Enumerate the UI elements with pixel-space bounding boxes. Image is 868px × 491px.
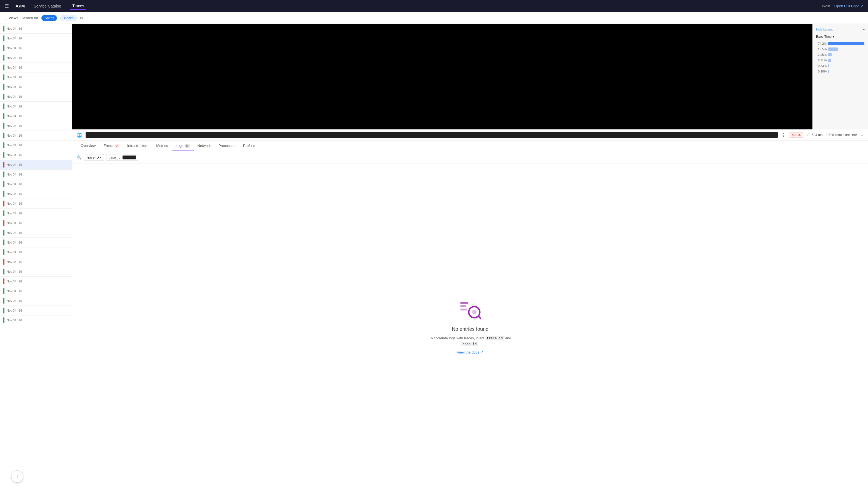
trace-date: Nov 04 [7,319,17,322]
hide-legend-button[interactable]: Hide Legend [816,28,833,31]
trace-list-item[interactable]: Nov 04 16 [0,286,72,296]
trace-list-item[interactable]: Nov 04 16 [0,238,72,248]
trace-list-item[interactable]: Nov 04 16 [0,199,72,208]
scroll-up-button[interactable]: ↑ [11,470,23,483]
legend-sort-button[interactable]: Exec Time ▾ [816,35,865,38]
trace-list-item[interactable]: Nov 04 16 [0,228,72,238]
trace-time: 16 [19,202,22,205]
nav-traces[interactable]: Traces [70,2,86,10]
trace-list-item[interactable]: Nov 04 16 [0,306,72,316]
trace-list-item[interactable]: Nov 04 16 [0,73,72,82]
trace-list-item[interactable]: Nov 04 16 [0,277,72,286]
span-tab-profiles[interactable]: Profiles [239,141,259,151]
trace-list-item[interactable]: Nov 04 16 [0,82,72,92]
clock-icon: ⏱ [807,133,810,137]
svg-point-4 [472,310,477,314]
legend-bar [828,42,864,45]
trace-list-item[interactable]: Nov 04 16 [0,43,72,53]
trace-list-item[interactable]: Nov 04 16 [0,267,72,277]
trace-status-indicator [3,259,4,265]
legend-item: 2.95% [816,53,865,56]
trace-status-indicator [3,35,4,41]
tab-label: Errors [103,144,113,148]
trace-time: 16 [19,163,22,166]
logs-empty-state: No entries found To correlate logs with … [72,164,868,491]
legend-item: 74.2% [816,42,865,45]
trace-list-item[interactable]: Nov 04 16 [0,24,72,34]
views-button[interactable]: ⊞ Views [4,16,18,20]
trace-status-indicator [3,278,4,284]
more-options-button[interactable]: ⋮ [781,133,786,138]
empty-state-icon [459,300,481,321]
trace-time: 16 [19,221,22,225]
trace-time: 16 [19,56,22,59]
trace-status-indicator [3,191,4,197]
legend-bar-row: 2.91% [816,59,865,62]
trace-list-item[interactable]: Nov 04 16 [0,296,72,306]
view-docs-link[interactable]: View the docs ↗ [457,350,483,354]
trace-date: Nov 04 [7,27,17,30]
trace-time: 16 [19,76,22,79]
span-tab-metrics[interactable]: Metrics [152,141,172,151]
trace-list-item[interactable]: Nov 04 16 [0,208,72,218]
trace-list-item[interactable]: Nov 04 16 [0,34,72,43]
hamburger-icon[interactable]: ☰ [4,3,9,9]
span-tab-logs[interactable]: Logs0 [172,141,193,151]
trace-time: 16 [19,153,22,156]
trace-list-item[interactable]: Nov 04 16 [0,141,72,150]
span-tab-infrastructure[interactable]: Infrastructure [123,141,152,151]
trace-id-code: trace_id [485,336,504,341]
trace-list-item[interactable]: Nov 04 16 [0,53,72,63]
trace-list-item[interactable]: Nov 04 16 [0,111,72,121]
trace-list-item[interactable]: Nov 04 16 [0,63,72,73]
trace-date: Nov 04 [7,289,17,293]
trace-time: 16 [19,66,22,69]
trace-time: 16 [19,231,22,234]
trace-list-item[interactable]: Nov 04 16 [0,189,72,199]
trace-list-item[interactable]: Nov 04 16 [0,170,72,179]
trace-status-indicator [3,26,4,32]
span-tab-processes[interactable]: Processes [215,141,239,151]
legend-bar-row: 0.33% [816,64,865,67]
trace-list-item[interactable]: Nov 04 16 [0,257,72,267]
top-navigation: ☰ APM Service Catalog Traces ...3620f Op… [0,0,868,12]
trace-list-item[interactable]: Nov 04 16 [0,160,72,170]
filter-select-chevron: ▾ [100,156,102,159]
legend-bar [828,48,838,51]
trace-list-item[interactable]: Nov 04 16 [0,150,72,160]
trace-time: 16 [19,212,22,215]
trace-date: Nov 04 [7,270,17,273]
trace-status-indicator [3,308,4,314]
open-full-page-link[interactable]: Open Full Page ↗ [834,4,864,8]
trace-list-item[interactable]: Nov 04 16 [0,179,72,189]
trace-id-filter-value: trace_id: ...3620f [106,154,139,161]
trace-time: 16 [19,270,22,273]
nav-service-catalog[interactable]: Service Catalog [31,3,63,9]
trace-list-item[interactable]: Nov 04 16 [0,121,72,131]
trace-list-item[interactable]: Nov 04 16 [0,102,72,111]
trace-list-item[interactable]: Nov 04 16 [0,131,72,141]
spans-filter-pill[interactable]: Spans [41,15,57,21]
trace-list-item[interactable]: Nov 04 16 [0,248,72,257]
trace-status-indicator [3,142,4,148]
span-tab-errors[interactable]: Errors2 [100,141,123,151]
trace-date: Nov 04 [7,105,17,108]
trace-id-filter-select[interactable]: Trace ID ▾ [84,154,104,161]
span-tab-network[interactable]: Network [194,141,215,151]
trace-time: 16 [19,173,22,176]
collapse-button[interactable]: ⌄ [860,133,864,137]
grid-icon: ⊞ [4,16,7,20]
trace-status-indicator [3,317,4,323]
legend-expand-icon[interactable]: » [863,27,865,31]
span-tab-overview[interactable]: Overview [77,141,100,151]
trace-list-item[interactable]: Nov 04 16 [0,316,72,325]
exec-time-display: ⏱ 524 ms [807,133,822,137]
svg-line-5 [478,316,481,319]
trace-list-item[interactable]: Nov 04 16 [0,92,72,102]
sub-navigation: ⊞ Views Search for Spans Traces in [0,12,868,24]
trace-list-item[interactable]: Nov 04 16 [0,218,72,228]
trace-status-indicator [3,74,4,80]
empty-state-title: No entries found [452,326,488,332]
trace-date: Nov 04 [7,163,17,166]
traces-filter-pill[interactable]: Traces [60,15,76,21]
